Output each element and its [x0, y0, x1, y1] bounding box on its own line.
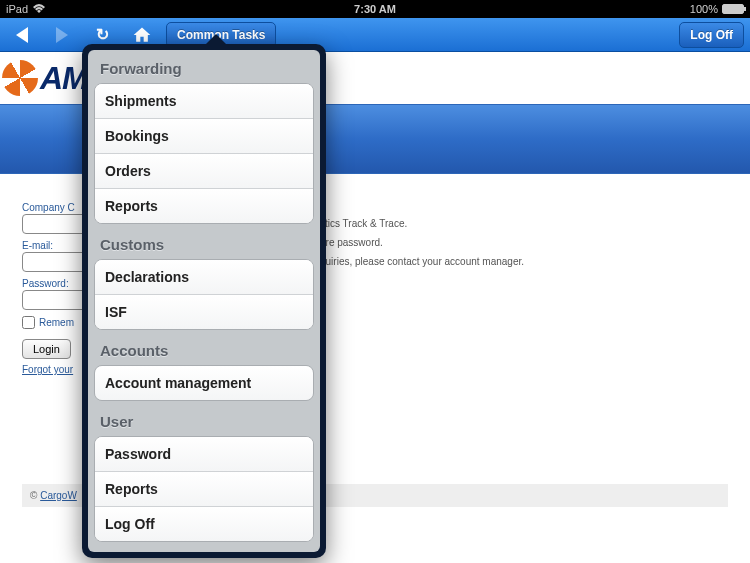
forward-button[interactable] — [46, 22, 78, 48]
device-label: iPad — [6, 3, 28, 15]
reload-icon: ↻ — [96, 25, 109, 44]
menu-item[interactable]: Password — [95, 437, 313, 472]
back-button[interactable] — [6, 22, 38, 48]
status-bar: iPad 7:30 AM 100% — [0, 0, 750, 18]
menu-section-header: Accounts — [94, 332, 314, 365]
footer-link[interactable]: CargoW — [40, 490, 77, 501]
forward-icon — [56, 27, 68, 43]
menu-section-header: User — [94, 403, 314, 436]
clock: 7:30 AM — [354, 3, 396, 15]
welcome-text: stics Track & Trace. ure password. quiri… — [320, 214, 524, 271]
battery-icon — [722, 4, 744, 14]
footer-copy: © — [30, 490, 40, 501]
menu-item[interactable]: ISF — [95, 295, 313, 329]
menu-group: Account management — [94, 365, 314, 401]
remember-label: Remem — [39, 317, 74, 328]
log-off-button[interactable]: Log Off — [679, 22, 744, 48]
welcome-line: quiries, please contact your account man… — [320, 252, 524, 271]
menu-section-header: Customs — [94, 226, 314, 259]
welcome-line: ure password. — [320, 233, 524, 252]
forgot-link[interactable]: Forgot your — [22, 364, 73, 375]
menu-item[interactable]: Declarations — [95, 260, 313, 295]
menu-group: ShipmentsBookingsOrdersReports — [94, 83, 314, 224]
menu-item[interactable]: Reports — [95, 189, 313, 223]
wifi-icon — [32, 4, 46, 14]
menu-section-header: Forwarding — [94, 56, 314, 83]
home-icon — [132, 25, 152, 45]
common-tasks-popover: ForwardingShipmentsBookingsOrdersReports… — [82, 44, 326, 558]
login-button[interactable]: Login — [22, 339, 71, 359]
menu-item[interactable]: Orders — [95, 154, 313, 189]
menu-item[interactable]: Reports — [95, 472, 313, 507]
menu-item[interactable]: Account management — [95, 366, 313, 400]
menu-group: DeclarationsISF — [94, 259, 314, 330]
logo-swirl-icon — [2, 60, 38, 96]
menu-item[interactable]: Shipments — [95, 84, 313, 119]
welcome-line: stics Track & Trace. — [320, 214, 524, 233]
logo-text: AM — [40, 60, 88, 97]
menu-item[interactable]: Log Off — [95, 507, 313, 541]
remember-checkbox[interactable] — [22, 316, 35, 329]
battery-percent: 100% — [690, 3, 718, 15]
menu-group: PasswordReportsLog Off — [94, 436, 314, 542]
menu-item[interactable]: Bookings — [95, 119, 313, 154]
back-icon — [16, 27, 28, 43]
